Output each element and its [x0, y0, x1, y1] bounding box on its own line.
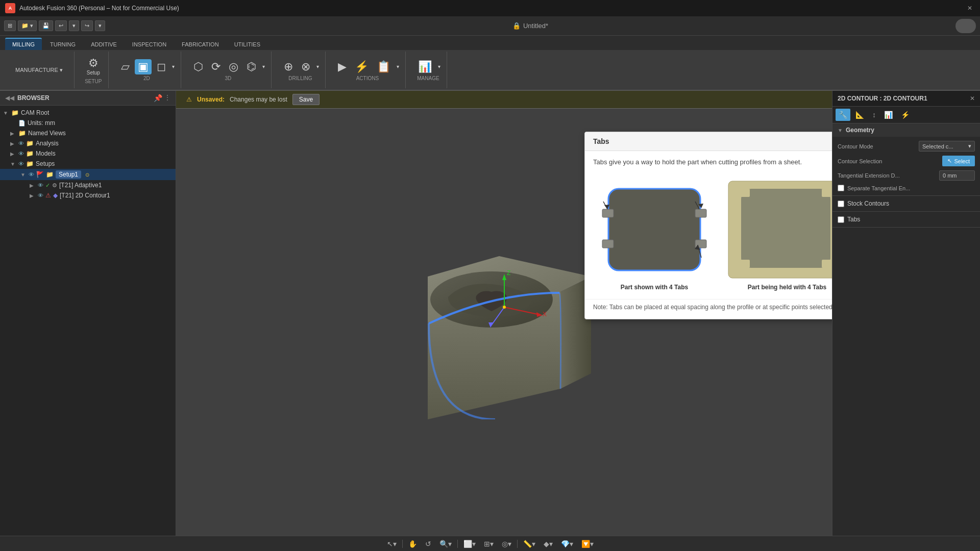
analysis-expand[interactable]: ▶	[10, 141, 16, 146]
undo-dropdown[interactable]: ▾	[69, 20, 79, 31]
app-icon: A	[5, 3, 15, 13]
tangential-ext-input[interactable]	[939, 170, 975, 181]
2d-btn-more[interactable]: ◻	[154, 59, 169, 74]
user-avatar[interactable]	[955, 19, 976, 33]
manage-btn1[interactable]: 📊	[415, 59, 435, 74]
render-tool[interactable]: 💎▾	[558, 539, 576, 549]
browser-back-icon[interactable]: ◀◀	[5, 94, 14, 102]
tab-milling[interactable]: MILLING	[5, 38, 42, 50]
grid-button[interactable]: ⊞	[4, 20, 16, 31]
grid-display[interactable]: ⊞▾	[481, 539, 496, 549]
tab-utilities[interactable]: UTILITIES	[227, 39, 267, 50]
tree-item-setups[interactable]: ▼ 👁 📁 Setups	[0, 159, 176, 169]
tab-turning[interactable]: TURNING	[43, 39, 83, 50]
setup1-eye-icon[interactable]: 👁	[29, 171, 34, 178]
geometry-section-header[interactable]: ▼ Geometry	[832, 123, 980, 137]
drilling-dropdown[interactable]: ▾	[315, 63, 320, 70]
tree-item-analysis[interactable]: ▶ 👁 📁 Analysis	[0, 138, 176, 148]
setup1-flag-icon: 🚩	[36, 171, 44, 178]
svg-rect-27	[739, 189, 750, 197]
zoom-tool[interactable]: 🔍▾	[437, 539, 454, 549]
contour-mode-dropdown[interactable]: Selected c... ▾	[919, 141, 975, 152]
tree-item-contour1[interactable]: ▶ 👁 ⚠ ◆ [T21] 2D Contour1	[0, 190, 176, 201]
tree-item-units[interactable]: 📄 Units: mm	[0, 118, 176, 128]
3d-btn1[interactable]: ⬡	[190, 59, 206, 74]
action-btn2[interactable]: ⚡	[352, 59, 372, 74]
tabs-tooltip: Tabs Tabs give you a way to hold the par…	[584, 132, 832, 319]
display-mode[interactable]: ⬜▾	[461, 539, 478, 549]
svg-rect-30	[822, 260, 832, 268]
separate-tang-checkbox[interactable]	[838, 185, 844, 191]
tree-item-adaptive1[interactable]: ▶ 👁 ✓ ⚙ [T21] Adaptive1	[0, 180, 176, 190]
pan-tool[interactable]: ✋	[406, 539, 420, 549]
tree-item-models[interactable]: ▶ 👁 📁 Models	[0, 148, 176, 159]
file-button[interactable]: 📁 ▾	[18, 20, 37, 31]
setups-eye-icon[interactable]: 👁	[18, 161, 24, 167]
2d-dropdown[interactable]: ▾	[171, 63, 176, 70]
save-button[interactable]: Save	[292, 94, 320, 105]
separate-tang-label: Separate Tangential En...	[847, 185, 975, 191]
manage-dropdown[interactable]: ▾	[437, 63, 442, 70]
browser-menu-icon[interactable]: ⋮	[164, 94, 170, 102]
3d-dropdown[interactable]: ▾	[261, 63, 266, 70]
tree-item-named-views[interactable]: ▶ 📁 Named Views	[0, 128, 176, 138]
drill-btn1[interactable]: ⊕	[281, 59, 296, 74]
contour-mode-value: Selected c...	[922, 143, 953, 149]
models-expand[interactable]: ▶	[10, 151, 16, 157]
tabs-checkbox[interactable]	[838, 216, 844, 223]
panel-tool-3[interactable]: ↕	[869, 109, 879, 121]
redo-dropdown[interactable]: ▾	[95, 20, 105, 31]
redo-button[interactable]: ↪	[81, 20, 93, 31]
action-btn3[interactable]: 📋	[374, 59, 394, 74]
drill-btn2[interactable]: ⊗	[298, 59, 313, 74]
action-icon2: ⚡	[355, 61, 369, 72]
setups-expand[interactable]: ▼	[10, 161, 16, 167]
3d-btn4[interactable]: ⌬	[243, 59, 259, 74]
tab-fabrication[interactable]: FABRICATION	[175, 39, 226, 50]
3d-btn3[interactable]: ◎	[226, 59, 241, 74]
contour1-eye-icon[interactable]: 👁	[38, 192, 43, 198]
measure-tool[interactable]: 📏▾	[521, 539, 538, 549]
main-layout: ◀◀ BROWSER 📌 ⋮ ▼ 📁 CAM Root 📄 Units: mm	[0, 91, 980, 536]
lock-icon: 🔒	[512, 22, 521, 30]
setup-button[interactable]: ⚙ Setup	[84, 56, 103, 78]
tab-inspection[interactable]: INSPECTION	[125, 39, 174, 50]
2d-btn-contour[interactable]: ▣	[135, 59, 152, 74]
panel-tool-2[interactable]: 📐	[852, 109, 867, 121]
3d-group-label: 3D	[225, 76, 232, 81]
close-button[interactable]: ✕	[965, 3, 975, 13]
view-cube[interactable]: ◆▾	[541, 539, 555, 549]
panel-tool-4[interactable]: 📊	[881, 109, 896, 121]
panel-tool-5[interactable]: ⚡	[898, 109, 913, 121]
tab-additive[interactable]: ADDITIVE	[84, 39, 124, 50]
action-btn1[interactable]: ▶	[335, 59, 350, 74]
named-views-expand[interactable]: ▶	[10, 131, 16, 136]
tree-item-setup1[interactable]: ▼ 👁 🚩 📁 Setup1 ⊙	[0, 169, 176, 180]
orbit-tool[interactable]: ↺	[423, 539, 434, 549]
undo-button[interactable]: ↩	[55, 20, 67, 31]
2d-btn-pocket[interactable]: ▱	[118, 59, 133, 74]
top-toolbar: ⊞ 📁 ▾ 💾 ↩ ▾ ↪ ▾ 🔒 Untitled*	[0, 16, 980, 36]
manufacture-dropdown[interactable]: MANUFACTURE ▾	[9, 63, 69, 78]
snap-tool[interactable]: ◎▾	[499, 539, 514, 549]
adaptive1-eye-icon[interactable]: 👁	[38, 182, 43, 188]
3d-btn2[interactable]: ⟳	[208, 59, 224, 74]
adaptive1-expand[interactable]: ▶	[30, 183, 36, 188]
filter-tool[interactable]: 🔽▾	[579, 539, 596, 549]
save-button[interactable]: 💾	[39, 20, 53, 31]
models-eye-icon[interactable]: 👁	[18, 151, 24, 157]
contour-select-button[interactable]: ↖ Select	[942, 156, 975, 166]
analysis-eye-icon[interactable]: 👁	[18, 140, 24, 146]
viewport[interactable]: ⚠ Unsaved: Changes may be lost Save	[176, 91, 832, 536]
actions-dropdown[interactable]: ▾	[396, 63, 400, 70]
right-panel-close[interactable]: ✕	[970, 95, 975, 102]
contour1-expand[interactable]: ▶	[30, 193, 36, 198]
browser-pin-icon[interactable]: 📌	[154, 94, 162, 102]
panel-tool-1[interactable]: 🔧	[836, 109, 850, 121]
cursor-tool[interactable]: ↖▾	[384, 539, 399, 549]
cam-root-expand[interactable]: ▼	[3, 110, 9, 116]
contour1-diamond-icon: ◆	[53, 192, 58, 199]
stock-contours-checkbox[interactable]	[838, 201, 844, 207]
tree-item-cam-root[interactable]: ▼ 📁 CAM Root	[0, 108, 176, 118]
setup1-expand[interactable]: ▼	[20, 172, 27, 178]
